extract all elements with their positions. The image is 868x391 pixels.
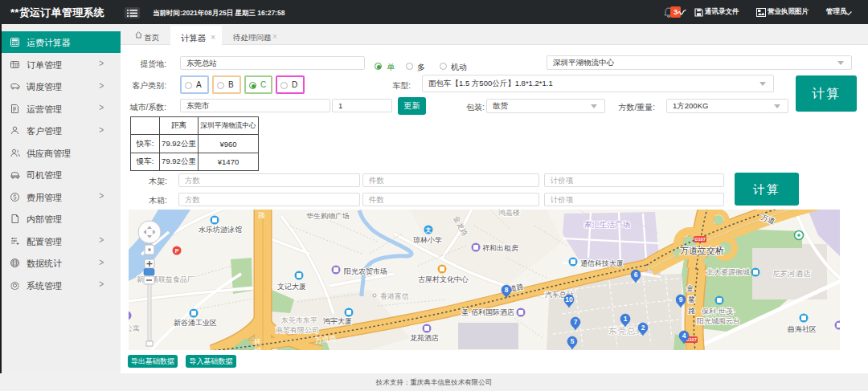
svg-text:8: 8 — [505, 286, 509, 294]
svg-text:阳光城阅云台: 阳光城阅云台 — [697, 317, 740, 325]
svg-text:城: 城 — [253, 347, 261, 350]
svg-text:鸿嘉楼: 鸿嘉楼 — [498, 210, 520, 217]
svg-text:G107: G107 — [694, 237, 705, 242]
svg-text:公寓: 公寓 — [129, 324, 140, 332]
svg-text:阳光农贸市场: 阳光农贸市场 — [344, 267, 387, 275]
svg-text:文记大厦: 文记大厦 — [277, 283, 306, 291]
svg-text:10: 10 — [565, 295, 573, 303]
svg-text:路: 路 — [688, 307, 695, 315]
svg-text:4: 4 — [682, 332, 686, 340]
svg-text:5: 5 — [571, 337, 575, 345]
svg-text:香港富信: 香港富信 — [380, 292, 409, 300]
svg-text:6: 6 — [634, 271, 638, 279]
svg-text:华生购物广场: 华生购物广场 — [306, 212, 350, 220]
svg-text:文: 文 — [425, 226, 432, 233]
svg-text:保利·世茂·: 保利·世茂· — [701, 308, 735, 316]
svg-text:P: P — [175, 248, 179, 254]
svg-text:圣·佰利国际酒店: 圣·佰利国际酒店 — [461, 308, 514, 316]
svg-text:金: 金 — [686, 284, 694, 292]
svg-text:路: 路 — [258, 211, 265, 219]
svg-text:1: 1 — [624, 315, 628, 323]
svg-text:北大资源御城: 北大资源御城 — [706, 268, 750, 276]
svg-text:家汇生活广场: 家汇生活广场 — [584, 220, 630, 229]
svg-text:新谷涌工业区: 新谷涌工业区 — [174, 319, 217, 327]
svg-text:环: 环 — [253, 338, 261, 346]
svg-text:2: 2 — [641, 324, 645, 332]
svg-text:7: 7 — [574, 318, 578, 326]
svg-text:祥和出租房: 祥和出租房 — [482, 244, 518, 252]
svg-text:古屋村文化中心: 古屋村文化中心 — [418, 275, 469, 283]
svg-text:鳌: 鳌 — [688, 295, 695, 303]
svg-text:万道立交桥: 万道立交桥 — [680, 246, 724, 255]
svg-text:水乐坊游泳馆: 水乐坊游泳馆 — [199, 226, 242, 234]
svg-text:9: 9 — [679, 295, 683, 303]
svg-text:鸿宇大厦: 鸿宇大厦 — [323, 317, 352, 325]
svg-text:通信科技大厦: 通信科技大厦 — [580, 259, 624, 267]
svg-text:琼林小学: 琼林小学 — [412, 236, 442, 244]
svg-text:东莞市东平: 东莞市东平 — [280, 316, 317, 324]
svg-text:尼罗河酒店: 尼罗河酒店 — [772, 269, 811, 278]
svg-text:龙苑酒店: 龙苑酒店 — [410, 334, 439, 342]
svg-text:商贸有限公司: 商贸有限公司 — [276, 326, 319, 334]
svg-text:曲海社区: 曲海社区 — [788, 325, 817, 333]
